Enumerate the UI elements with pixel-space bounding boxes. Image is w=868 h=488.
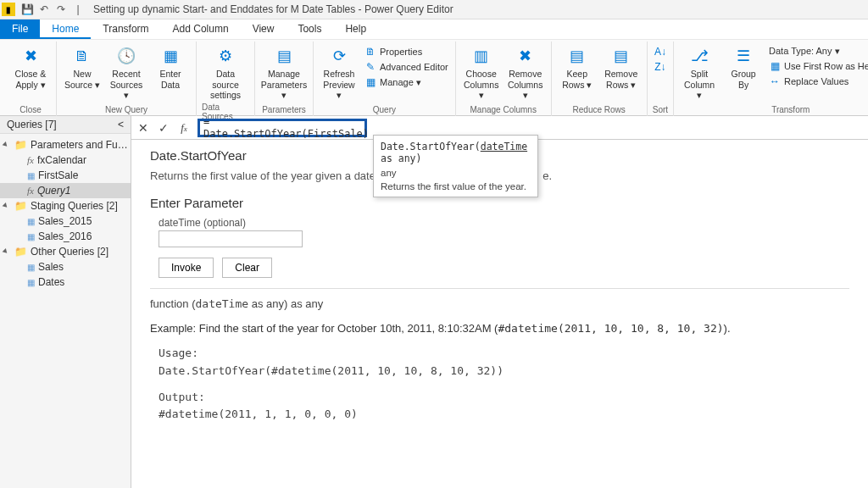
keep-rows-icon: ▤ bbox=[565, 45, 589, 69]
group-label-query: Query bbox=[373, 105, 396, 116]
remove-columns-icon: ✖ bbox=[514, 45, 537, 69]
intellisense-tooltip: Date.StartOfYear(dateTime as any) any Re… bbox=[373, 135, 538, 197]
table-icon: ▦ bbox=[27, 263, 35, 272]
param-input[interactable] bbox=[159, 230, 303, 247]
ribbon-group-newquery: 🗎 New Source ▾ 🕓 Recent Sources ▾ ▦ Ente… bbox=[57, 42, 197, 116]
queries-sidebar: Queries [7] < 📁Parameters and Fu… fxfxCa… bbox=[0, 116, 131, 488]
table-icon: ▦ bbox=[27, 278, 35, 287]
query-fxcalendar[interactable]: fxfxCalendar bbox=[0, 152, 131, 168]
group-label-newquery: New Query bbox=[105, 105, 147, 116]
parameters-icon: ▤ bbox=[272, 45, 296, 69]
datasource-settings-button[interactable]: ⚙ Data source settings bbox=[202, 43, 249, 103]
enter-parameter-heading: Enter Parameter bbox=[150, 196, 849, 210]
first-row-headers-button[interactable]: ▦Use First Row as Headers ▾ bbox=[767, 59, 868, 73]
folder-parameters[interactable]: 📁Parameters and Fu… bbox=[0, 137, 131, 152]
save-icon[interactable]: 💾 bbox=[20, 3, 34, 16]
remove-rows-icon: ▤ bbox=[609, 45, 633, 69]
group-by-icon: ☰ bbox=[732, 45, 755, 69]
menu-help[interactable]: Help bbox=[333, 19, 378, 39]
accept-formula-button[interactable]: ✓ bbox=[157, 121, 170, 135]
query-sales2016[interactable]: ▦Sales_2016 bbox=[0, 229, 131, 244]
datatype-button[interactable]: Data Type: Any ▾ bbox=[767, 45, 868, 58]
recent-sources-button[interactable]: 🕓 Recent Sources ▾ bbox=[106, 43, 147, 103]
query-sales2015[interactable]: ▦Sales_2015 bbox=[0, 214, 131, 229]
manage-parameters-button[interactable]: ▤ Manage Parameters ▾ bbox=[260, 43, 308, 103]
ribbon-group-sort: A↓ Z↓ Sort bbox=[648, 42, 674, 116]
query-query1[interactable]: fxQuery1 bbox=[0, 183, 131, 198]
group-by-button[interactable]: ☰ Group By bbox=[723, 43, 764, 92]
undo-icon[interactable]: ↶ bbox=[37, 3, 51, 16]
close-apply-button[interactable]: ✖︎ Close & Apply ▾ bbox=[10, 43, 51, 92]
enter-data-icon: ▦ bbox=[159, 45, 182, 69]
menu-file[interactable]: File bbox=[0, 19, 40, 39]
enter-data-button[interactable]: ▦ Enter Data bbox=[150, 43, 191, 92]
table-icon: ▦ bbox=[27, 217, 35, 226]
manage-icon: ▦ bbox=[364, 76, 376, 88]
folder-icon: 📁 bbox=[14, 246, 27, 258]
folder-other[interactable]: 📁Other Queries [2] bbox=[0, 244, 131, 259]
ribbon: ✖︎ Close & Apply ▾ Close 🗎 New Source ▾ … bbox=[0, 40, 868, 116]
sort-desc-button[interactable]: Z↓ bbox=[653, 60, 668, 74]
collapse-icon[interactable]: < bbox=[118, 119, 124, 130]
query-dates[interactable]: ▦Dates bbox=[0, 274, 131, 290]
table-icon: ▦ bbox=[27, 232, 35, 241]
divider bbox=[150, 288, 849, 289]
settings-icon: ⚙ bbox=[214, 45, 237, 69]
group-label-transform: Transform bbox=[771, 105, 810, 116]
fx-icon[interactable]: fx bbox=[177, 121, 191, 135]
sort-desc-icon: Z↓ bbox=[654, 61, 666, 73]
clear-button[interactable]: Clear bbox=[222, 258, 272, 278]
remove-columns-button[interactable]: ✖ Remove Columns ▾ bbox=[505, 43, 546, 103]
menubar: File Home Transform Add Column View Tool… bbox=[0, 19, 868, 40]
split-column-button[interactable]: ⎇ Split Column ▾ bbox=[679, 43, 720, 103]
ribbon-group-datasources: ⚙ Data source settings Data Sources bbox=[197, 42, 255, 116]
keep-rows-button[interactable]: ▤ Keep Rows ▾ bbox=[557, 43, 598, 92]
example-heading: Example: Find the start of the year for … bbox=[150, 322, 849, 335]
refresh-icon: ⟳ bbox=[327, 45, 351, 69]
properties-icon: 🗎 bbox=[364, 46, 376, 58]
group-label-parameters: Parameters bbox=[262, 105, 306, 116]
folder-icon: 📁 bbox=[14, 200, 27, 212]
folder-staging[interactable]: 📁Staging Queries [2] bbox=[0, 198, 131, 214]
advanced-editor-button[interactable]: ✎Advanced Editor bbox=[363, 60, 450, 74]
group-label-managecols: Manage Columns bbox=[470, 105, 537, 116]
redo-icon[interactable]: ↷ bbox=[54, 3, 68, 16]
menu-home[interactable]: Home bbox=[40, 19, 91, 39]
formula-input[interactable]: = Date.StartOfYear(FirstSale) bbox=[198, 119, 367, 137]
pbi-icon: ▮ bbox=[2, 3, 15, 16]
replace-values-button[interactable]: ↔Replace Values bbox=[767, 75, 868, 88]
cancel-formula-button[interactable]: ✕ bbox=[136, 121, 150, 135]
table-icon: ▦ bbox=[27, 171, 35, 180]
choose-columns-icon: ▥ bbox=[470, 45, 493, 69]
query-tree: 📁Parameters and Fu… fxfxCalendar ▦FirstS… bbox=[0, 134, 131, 293]
sort-asc-button[interactable]: A↓ bbox=[653, 45, 668, 58]
ribbon-group-parameters: ▤ Manage Parameters ▾ Parameters bbox=[255, 42, 314, 116]
sidebar-header[interactable]: Queries [7] < bbox=[0, 116, 131, 134]
ribbon-group-close: ✖︎ Close & Apply ▾ Close bbox=[5, 42, 57, 116]
query-sales[interactable]: ▦Sales bbox=[0, 259, 131, 274]
headers-icon: ▦ bbox=[769, 60, 781, 72]
manage-button[interactable]: ▦Manage ▾ bbox=[363, 75, 450, 89]
recent-icon: 🕓 bbox=[114, 45, 138, 69]
remove-rows-button[interactable]: ▤ Remove Rows ▾ bbox=[601, 43, 642, 92]
choose-columns-button[interactable]: ▥ Choose Columns ▾ bbox=[461, 43, 502, 103]
close-apply-icon: ✖︎ bbox=[19, 45, 42, 69]
sort-asc-icon: A↓ bbox=[654, 46, 666, 58]
ribbon-group-transform: ⎇ Split Column ▾ ☰ Group By Data Type: A… bbox=[674, 42, 868, 116]
menu-view[interactable]: View bbox=[241, 19, 287, 39]
folder-icon: 📁 bbox=[14, 139, 27, 151]
menu-transform[interactable]: Transform bbox=[91, 19, 160, 39]
function-icon: fx bbox=[27, 155, 34, 165]
ribbon-group-managecols: ▥ Choose Columns ▾ ✖ Remove Columns ▾ Ma… bbox=[456, 42, 552, 116]
invoke-button[interactable]: Invoke bbox=[159, 258, 214, 278]
menu-tools[interactable]: Tools bbox=[286, 19, 333, 39]
menu-addcolumn[interactable]: Add Column bbox=[161, 19, 241, 39]
function-signature: function (dateTime as any) as any bbox=[150, 297, 849, 310]
query-firstsale[interactable]: ▦FirstSale bbox=[0, 168, 131, 183]
new-source-button[interactable]: 🗎 New Source ▾ bbox=[62, 43, 103, 92]
advanced-editor-icon: ✎ bbox=[364, 61, 376, 73]
group-label-sort: Sort bbox=[653, 105, 668, 116]
properties-button[interactable]: 🗎Properties bbox=[363, 45, 450, 58]
refresh-preview-button[interactable]: ⟳ Refresh Preview ▾ bbox=[319, 43, 359, 103]
function-desc: Returns the first value of the year give… bbox=[150, 169, 376, 182]
